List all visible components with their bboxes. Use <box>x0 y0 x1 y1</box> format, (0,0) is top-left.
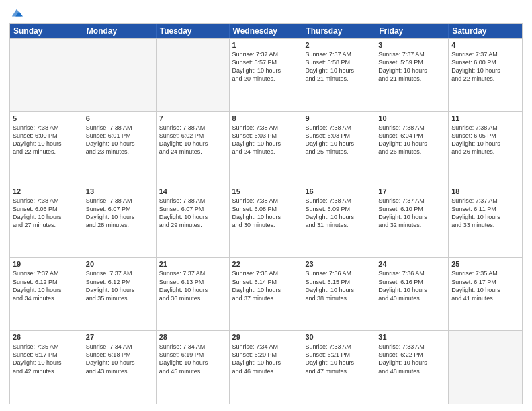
day-info: Sunrise: 7:33 AMSunset: 6:21 PMDaylight:… <box>305 342 372 375</box>
day-cell-17: 17Sunrise: 7:37 AMSunset: 6:10 PMDayligh… <box>375 185 449 258</box>
day-number: 16 <box>305 187 372 195</box>
day-info: Sunrise: 7:37 AMSunset: 6:12 PMDaylight:… <box>86 269 153 302</box>
day-number: 17 <box>378 187 445 195</box>
day-info: Sunrise: 7:38 AMSunset: 6:02 PMDaylight:… <box>159 124 226 156</box>
day-number: 22 <box>232 260 300 268</box>
day-cell-20: 20Sunrise: 7:37 AMSunset: 6:12 PMDayligh… <box>83 258 157 330</box>
day-number: 12 <box>13 187 80 195</box>
logo <box>9 7 23 19</box>
day-cell-6: 6Sunrise: 7:38 AMSunset: 6:01 PMDaylight… <box>83 112 157 185</box>
calendar-row-2: 5Sunrise: 7:38 AMSunset: 6:00 PMDaylight… <box>10 111 522 185</box>
day-cell-8: 8Sunrise: 7:38 AMSunset: 6:03 PMDaylight… <box>230 112 303 185</box>
empty-cell <box>157 39 230 111</box>
day-number: 10 <box>378 114 445 122</box>
header-cell-tuesday: Tuesday <box>157 24 230 38</box>
day-number: 15 <box>232 187 300 195</box>
day-number: 6 <box>86 114 153 122</box>
day-number: 5 <box>13 114 80 122</box>
day-number: 25 <box>451 260 519 268</box>
day-cell-4: 4Sunrise: 7:37 AMSunset: 6:00 PMDaylight… <box>449 39 522 111</box>
day-number: 1 <box>232 41 300 49</box>
day-cell-31: 31Sunrise: 7:33 AMSunset: 6:22 PMDayligh… <box>375 331 449 404</box>
header-cell-wednesday: Wednesday <box>230 24 303 38</box>
day-cell-30: 30Sunrise: 7:33 AMSunset: 6:21 PMDayligh… <box>302 331 375 404</box>
day-info: Sunrise: 7:35 AMSunset: 6:17 PMDaylight:… <box>13 342 80 375</box>
calendar-row-4: 19Sunrise: 7:37 AMSunset: 6:12 PMDayligh… <box>10 257 522 330</box>
day-cell-13: 13Sunrise: 7:38 AMSunset: 6:07 PMDayligh… <box>83 185 157 258</box>
day-cell-2: 2Sunrise: 7:37 AMSunset: 5:58 PMDaylight… <box>302 39 375 111</box>
day-info: Sunrise: 7:38 AMSunset: 6:03 PMDaylight:… <box>305 124 372 156</box>
day-cell-24: 24Sunrise: 7:36 AMSunset: 6:16 PMDayligh… <box>375 258 449 330</box>
day-cell-28: 28Sunrise: 7:34 AMSunset: 6:19 PMDayligh… <box>157 331 230 404</box>
day-info: Sunrise: 7:36 AMSunset: 6:14 PMDaylight:… <box>232 269 300 302</box>
day-info: Sunrise: 7:34 AMSunset: 6:18 PMDaylight:… <box>86 342 153 375</box>
day-info: Sunrise: 7:38 AMSunset: 6:06 PMDaylight:… <box>13 197 80 230</box>
day-info: Sunrise: 7:34 AMSunset: 6:19 PMDaylight:… <box>159 342 226 375</box>
day-info: Sunrise: 7:37 AMSunset: 6:12 PMDaylight:… <box>13 269 80 302</box>
page: SundayMondayTuesdayWednesdayThursdayFrid… <box>0 0 532 411</box>
day-info: Sunrise: 7:37 AMSunset: 6:13 PMDaylight:… <box>159 269 226 302</box>
day-cell-7: 7Sunrise: 7:38 AMSunset: 6:02 PMDaylight… <box>157 112 230 185</box>
day-cell-11: 11Sunrise: 7:38 AMSunset: 6:05 PMDayligh… <box>449 112 522 185</box>
day-number: 20 <box>86 260 153 268</box>
day-cell-14: 14Sunrise: 7:38 AMSunset: 6:07 PMDayligh… <box>157 185 230 258</box>
day-info: Sunrise: 7:33 AMSunset: 6:22 PMDaylight:… <box>378 342 445 375</box>
day-info: Sunrise: 7:37 AMSunset: 5:57 PMDaylight:… <box>232 50 300 83</box>
empty-cell <box>10 39 83 111</box>
day-info: Sunrise: 7:37 AMSunset: 6:11 PMDaylight:… <box>451 197 519 230</box>
day-cell-15: 15Sunrise: 7:38 AMSunset: 6:08 PMDayligh… <box>230 185 303 258</box>
day-info: Sunrise: 7:38 AMSunset: 6:00 PMDaylight:… <box>13 124 80 156</box>
day-number: 21 <box>159 260 226 268</box>
day-number: 24 <box>378 260 445 268</box>
day-number: 11 <box>451 114 519 122</box>
logo-icon <box>11 7 23 19</box>
day-number: 14 <box>159 187 226 195</box>
day-info: Sunrise: 7:38 AMSunset: 6:07 PMDaylight:… <box>159 197 226 230</box>
day-number: 4 <box>451 41 519 49</box>
day-info: Sunrise: 7:37 AMSunset: 5:58 PMDaylight:… <box>305 50 372 83</box>
day-number: 8 <box>232 114 300 122</box>
calendar-header: SundayMondayTuesdayWednesdayThursdayFrid… <box>10 24 522 38</box>
day-number: 26 <box>13 333 80 341</box>
header-cell-friday: Friday <box>375 24 449 38</box>
day-number: 28 <box>159 333 226 341</box>
day-cell-29: 29Sunrise: 7:34 AMSunset: 6:20 PMDayligh… <box>230 331 303 404</box>
day-cell-21: 21Sunrise: 7:37 AMSunset: 6:13 PMDayligh… <box>157 258 230 330</box>
day-number: 27 <box>86 333 153 341</box>
day-info: Sunrise: 7:35 AMSunset: 6:17 PMDaylight:… <box>451 269 519 302</box>
day-info: Sunrise: 7:36 AMSunset: 6:16 PMDaylight:… <box>378 269 445 302</box>
day-number: 19 <box>13 260 80 268</box>
day-cell-3: 3Sunrise: 7:37 AMSunset: 5:59 PMDaylight… <box>375 39 449 111</box>
day-number: 13 <box>86 187 153 195</box>
day-cell-12: 12Sunrise: 7:38 AMSunset: 6:06 PMDayligh… <box>10 185 83 258</box>
calendar-row-1: 1Sunrise: 7:37 AMSunset: 5:57 PMDaylight… <box>10 38 522 111</box>
day-info: Sunrise: 7:38 AMSunset: 6:07 PMDaylight:… <box>86 197 153 230</box>
header-cell-monday: Monday <box>83 24 157 38</box>
day-info: Sunrise: 7:37 AMSunset: 5:59 PMDaylight:… <box>378 50 445 83</box>
header-cell-saturday: Saturday <box>449 24 522 38</box>
day-info: Sunrise: 7:38 AMSunset: 6:01 PMDaylight:… <box>86 124 153 156</box>
day-cell-22: 22Sunrise: 7:36 AMSunset: 6:14 PMDayligh… <box>230 258 303 330</box>
day-number: 18 <box>451 187 519 195</box>
calendar-row-3: 12Sunrise: 7:38 AMSunset: 6:06 PMDayligh… <box>10 185 522 258</box>
empty-cell <box>83 39 157 111</box>
day-number: 9 <box>305 114 372 122</box>
day-info: Sunrise: 7:38 AMSunset: 6:03 PMDaylight:… <box>232 124 300 156</box>
day-info: Sunrise: 7:36 AMSunset: 6:15 PMDaylight:… <box>305 269 372 302</box>
day-cell-5: 5Sunrise: 7:38 AMSunset: 6:00 PMDaylight… <box>10 112 83 185</box>
day-number: 31 <box>378 333 445 341</box>
day-number: 3 <box>378 41 445 49</box>
day-number: 30 <box>305 333 372 341</box>
day-cell-18: 18Sunrise: 7:37 AMSunset: 6:11 PMDayligh… <box>449 185 522 258</box>
day-cell-1: 1Sunrise: 7:37 AMSunset: 5:57 PMDaylight… <box>230 39 303 111</box>
calendar-body: 1Sunrise: 7:37 AMSunset: 5:57 PMDaylight… <box>10 38 522 404</box>
day-cell-16: 16Sunrise: 7:38 AMSunset: 6:09 PMDayligh… <box>302 185 375 258</box>
day-cell-23: 23Sunrise: 7:36 AMSunset: 6:15 PMDayligh… <box>302 258 375 330</box>
day-info: Sunrise: 7:38 AMSunset: 6:09 PMDaylight:… <box>305 197 372 230</box>
empty-cell <box>449 331 522 404</box>
day-cell-27: 27Sunrise: 7:34 AMSunset: 6:18 PMDayligh… <box>83 331 157 404</box>
calendar: SundayMondayTuesdayWednesdayThursdayFrid… <box>9 23 523 404</box>
header-cell-thursday: Thursday <box>302 24 375 38</box>
day-number: 7 <box>159 114 226 122</box>
day-cell-10: 10Sunrise: 7:38 AMSunset: 6:04 PMDayligh… <box>375 112 449 185</box>
